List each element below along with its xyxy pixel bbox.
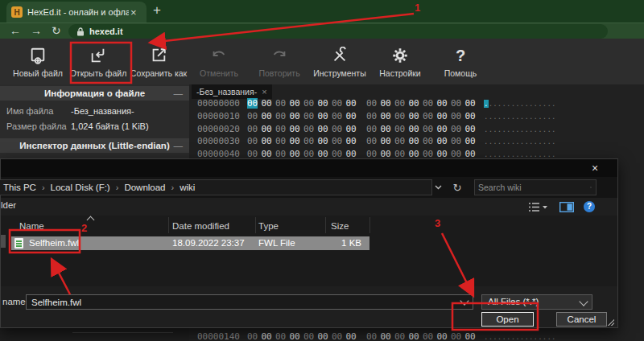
hex-byte[interactable]: 00 [366, 98, 377, 109]
hex-byte[interactable]: 00 [437, 124, 448, 134]
hex-tab-close-icon[interactable]: × [262, 87, 266, 97]
hex-byte[interactable]: 00 [394, 98, 405, 109]
column-divider[interactable] [255, 217, 256, 233]
breadcrumb[interactable]: This PC›Local Disk (F:)›Download›wiki [0, 179, 432, 195]
dialog-help-icon[interactable]: ? [584, 201, 595, 212]
hex-byte[interactable]: 00 [262, 111, 272, 121]
hex-byte[interactable]: 00 [409, 331, 419, 341]
hex-byte[interactable]: 00 [346, 111, 357, 121]
preview-pane-icon[interactable] [559, 201, 574, 216]
hex-byte[interactable]: 00 [262, 124, 272, 134]
tab-close-icon[interactable]: × [130, 6, 137, 18]
search-input[interactable] [475, 183, 590, 192]
hex-byte[interactable]: 00 [366, 136, 377, 146]
tools-button[interactable]: Инструменты [312, 39, 367, 84]
hex-byte[interactable]: 00 [275, 331, 286, 341]
hex-byte[interactable]: 00 [275, 124, 286, 134]
hex-byte[interactable]: 00 [394, 111, 405, 121]
hex-byte[interactable]: 00 [381, 98, 391, 109]
browser-tab[interactable]: H HexEd.it - онлайн и офлайн ред × [6, 2, 147, 23]
hex-byte[interactable]: 00 [346, 136, 357, 146]
view-mode-icon[interactable] [528, 201, 549, 216]
hex-byte[interactable]: 00 [247, 98, 258, 109]
hex-byte[interactable]: 00 [275, 98, 286, 109]
hex-byte[interactable]: 00 [247, 136, 258, 146]
column-divider[interactable] [168, 217, 169, 233]
hex-byte[interactable]: 00 [303, 111, 314, 121]
hex-byte[interactable]: 00 [290, 111, 300, 121]
hex-byte[interactable]: 00 [394, 331, 405, 341]
hex-byte[interactable]: 00 [409, 111, 419, 121]
hex-byte[interactable]: 00 [346, 331, 357, 341]
column-header-name[interactable]: Name [19, 221, 44, 231]
hex-byte[interactable]: 00 [290, 331, 300, 341]
resize-grip[interactable] [608, 319, 614, 326]
hex-byte[interactable]: 00 [318, 98, 328, 109]
hex-byte[interactable]: 00 [262, 331, 272, 341]
column-header-type[interactable]: Type [258, 221, 279, 231]
hex-byte[interactable]: 00 [318, 111, 328, 121]
address-dropdown-icon[interactable] [431, 179, 445, 195]
undo-button[interactable]: Отменить [192, 39, 246, 84]
hex-byte[interactable]: 00 [451, 331, 461, 341]
hex-byte[interactable]: 00 [318, 136, 328, 146]
new-file-button[interactable]: Новый файл [10, 39, 65, 84]
hex-byte[interactable]: 00 [465, 124, 476, 134]
dialog-close-icon[interactable]: × [585, 161, 605, 175]
hex-byte[interactable]: 00 [423, 331, 433, 341]
column-header-date[interactable]: Date modified [172, 221, 229, 231]
hex-byte[interactable]: 00 [381, 111, 391, 121]
hex-byte[interactable]: 00 [366, 111, 377, 121]
hex-byte[interactable]: 00 [303, 98, 314, 109]
hex-byte[interactable]: 00 [381, 331, 391, 341]
search-box[interactable] [474, 179, 597, 195]
hex-byte[interactable]: 00 [303, 331, 314, 341]
hex-byte[interactable]: 00 [381, 124, 391, 134]
hex-byte[interactable]: 00 [332, 98, 342, 109]
cancel-button[interactable]: Cancel [556, 312, 607, 327]
hex-byte[interactable]: 00 [437, 98, 448, 109]
back-icon[interactable]: ← [10, 24, 21, 37]
hex-byte[interactable]: 00 [451, 136, 461, 146]
hex-byte[interactable]: 00 [394, 136, 405, 146]
hex-byte[interactable]: 00 [262, 136, 272, 146]
hex-byte[interactable]: 00 [275, 111, 286, 121]
hex-byte[interactable]: 00 [409, 124, 419, 134]
hex-byte[interactable]: 00 [332, 136, 342, 146]
hex-byte[interactable]: 00 [423, 124, 433, 134]
column-divider[interactable] [325, 217, 326, 233]
hex-byte[interactable]: 00 [303, 136, 314, 146]
reload-icon[interactable]: ↻ [52, 24, 61, 37]
breadcrumb-item[interactable]: Local Disk (F:) [51, 183, 110, 192]
hex-byte[interactable]: 00 [437, 111, 448, 121]
hex-byte[interactable]: 00 [409, 136, 419, 146]
hex-byte[interactable]: 00 [451, 98, 461, 109]
open-file-button[interactable]: Открыть файл [71, 39, 126, 84]
hex-byte[interactable]: 00 [290, 124, 300, 134]
column-divider[interactable] [369, 217, 370, 233]
help-button[interactable]: ? Помощь [433, 39, 488, 84]
hex-byte[interactable]: 00 [346, 98, 357, 109]
column-header-size[interactable]: Size [331, 221, 349, 231]
hex-byte[interactable]: 00 [318, 331, 328, 341]
open-button[interactable]: Open [481, 312, 534, 327]
save-as-button[interactable]: Сохранить как [131, 39, 186, 84]
settings-button[interactable]: Настройки [373, 39, 427, 84]
hex-byte[interactable]: 00 [247, 111, 258, 121]
hex-byte[interactable]: 00 [332, 331, 342, 341]
hex-byte[interactable]: 00 [303, 124, 314, 134]
hex-byte[interactable]: 00 [423, 98, 433, 109]
hex-byte[interactable]: 00 [423, 136, 433, 146]
hex-byte[interactable]: 00 [318, 124, 328, 134]
breadcrumb-item[interactable]: wiki [180, 183, 195, 192]
hex-byte[interactable]: 00 [423, 111, 433, 121]
file-row-selected[interactable]: Selfheim.fwl 18.09.2022 23:37 FWL File 1… [11, 236, 369, 250]
address-bar[interactable]: hexed.it [68, 24, 608, 39]
hex-byte[interactable]: 00 [409, 98, 419, 109]
breadcrumb-item[interactable]: Download [124, 183, 165, 192]
hex-byte[interactable]: 00 [275, 136, 286, 146]
hex-byte[interactable]: 00 [381, 136, 391, 146]
hex-byte[interactable]: 00 [451, 124, 461, 134]
hex-byte[interactable]: 00 [465, 111, 476, 121]
dialog-title-bar[interactable]: × [1, 159, 617, 177]
